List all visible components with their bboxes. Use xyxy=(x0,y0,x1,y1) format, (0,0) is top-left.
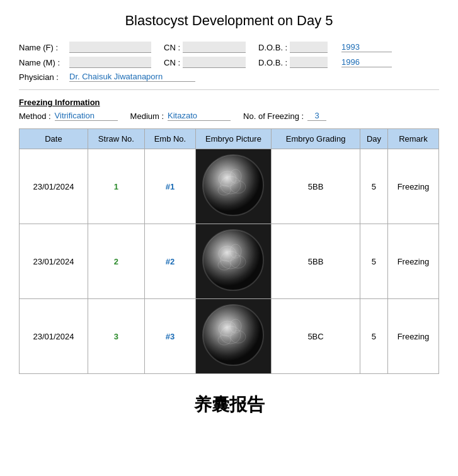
name-m-value xyxy=(69,57,151,68)
cell-date: 23/01/2024 xyxy=(20,149,88,224)
method-field: Method : Vitrification xyxy=(19,111,118,121)
name-m-label: Name (M) : xyxy=(19,58,69,67)
cell-embryo-picture xyxy=(195,149,271,224)
dob-m-label: D.O.B. : xyxy=(258,58,290,67)
col-straw-no: Straw No. xyxy=(88,129,144,149)
page-title: Blastocyst Development on Day 5 xyxy=(19,13,439,29)
table-row: 23/01/20242#25BB5Freezing xyxy=(20,224,439,299)
cell-embryo-picture xyxy=(195,224,271,299)
cell-day: 5 xyxy=(360,224,388,299)
cell-day: 5 xyxy=(360,299,388,374)
cell-date: 23/01/2024 xyxy=(20,299,88,374)
col-date: Date xyxy=(20,129,88,149)
physician-name: Dr. Chaisuk Jiwatanaporn xyxy=(69,72,195,82)
dob-m-year: 1996 xyxy=(341,57,392,67)
table-header-row: Date Straw No. Emb No. Embryo Picture Em… xyxy=(20,129,439,149)
name-f-label: Name (F) : xyxy=(19,43,69,52)
cell-grading: 5BB xyxy=(271,224,360,299)
cell-emb-no: #3 xyxy=(144,299,195,374)
cell-emb-no: #1 xyxy=(144,149,195,224)
cell-grading: 5BB xyxy=(271,149,360,224)
medium-label: Medium : xyxy=(130,111,164,121)
cell-remark: Freezing xyxy=(387,149,438,224)
name-m-row: Name (M) : CN : D.O.B. : 1996 xyxy=(19,57,439,68)
freezing-title: Freezing Information xyxy=(19,98,439,107)
method-value: Vitrification xyxy=(55,111,118,121)
col-day: Day xyxy=(360,129,388,149)
freezing-row: Method : Vitrification Medium : Kitazato… xyxy=(19,111,439,121)
dob-f-year: 1993 xyxy=(341,42,392,52)
dob-f-box xyxy=(290,42,328,53)
physician-label: Physician : xyxy=(19,72,69,82)
divider-1 xyxy=(19,89,439,90)
cell-remark: Freezing xyxy=(387,224,438,299)
cn-f-label: CN : xyxy=(164,43,183,52)
freezing-section: Freezing Information Method : Vitrificat… xyxy=(19,98,439,121)
embryo-table: Date Straw No. Emb No. Embryo Picture Em… xyxy=(19,128,439,374)
cell-straw-no: 2 xyxy=(88,224,144,299)
embryo-image xyxy=(199,152,267,218)
cell-emb-no: #2 xyxy=(144,224,195,299)
table-row: 23/01/20243#35BC5Freezing xyxy=(20,299,439,374)
cn-m-value xyxy=(183,57,246,68)
no-of-freezing-field: No. of Freezing : 3 xyxy=(243,111,326,121)
embryo-image xyxy=(199,302,267,368)
dob-m-box xyxy=(290,57,328,68)
col-emb-no: Emb No. xyxy=(144,129,195,149)
cell-day: 5 xyxy=(360,149,388,224)
cell-straw-no: 3 xyxy=(88,299,144,374)
no-of-freezing-value: 3 xyxy=(307,111,326,121)
physician-row: Physician : Dr. Chaisuk Jiwatanaporn xyxy=(19,72,439,82)
embryo-image xyxy=(199,227,267,293)
col-remark: Remark xyxy=(387,129,438,149)
cell-straw-no: 1 xyxy=(88,149,144,224)
name-f-row: Name (F) : CN : D.O.B. : 1993 xyxy=(19,42,439,53)
table-row: 23/01/20241#15BB5Freezing xyxy=(20,149,439,224)
cell-date: 23/01/2024 xyxy=(20,224,88,299)
medium-field: Medium : Kitazato xyxy=(130,111,231,121)
cell-embryo-picture xyxy=(195,299,271,374)
dob-f-label: D.O.B. : xyxy=(258,43,290,52)
cn-m-label: CN : xyxy=(164,58,183,67)
method-label: Method : xyxy=(19,111,51,121)
col-embryo-picture: Embryo Picture xyxy=(195,129,271,149)
medium-value: Kitazato xyxy=(168,111,231,121)
footer-text: 养囊报告 xyxy=(19,393,439,417)
cell-remark: Freezing xyxy=(387,299,438,374)
patient-info-section: Name (F) : CN : D.O.B. : 1993 Name (M) :… xyxy=(19,42,439,82)
no-of-freezing-label: No. of Freezing : xyxy=(243,111,304,121)
col-embryo-grading: Embryo Grading xyxy=(271,129,360,149)
cn-f-value xyxy=(183,42,246,53)
cell-grading: 5BC xyxy=(271,299,360,374)
name-f-value xyxy=(69,42,151,53)
